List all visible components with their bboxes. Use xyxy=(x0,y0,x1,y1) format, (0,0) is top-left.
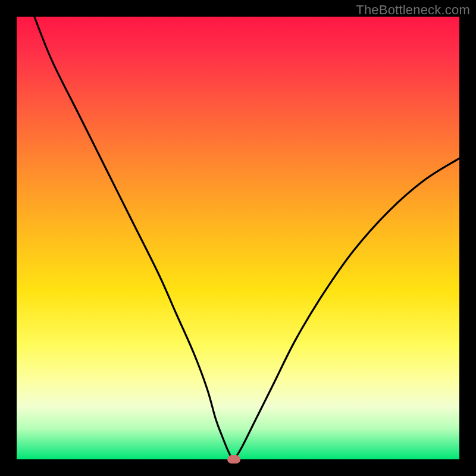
chart-frame: TheBottleneck.com xyxy=(0,0,476,476)
curve-path xyxy=(35,17,459,459)
bottleneck-curve xyxy=(17,17,459,459)
watermark-text: TheBottleneck.com xyxy=(356,2,470,18)
chart-plot-area xyxy=(17,17,459,459)
minimum-marker xyxy=(227,455,240,464)
